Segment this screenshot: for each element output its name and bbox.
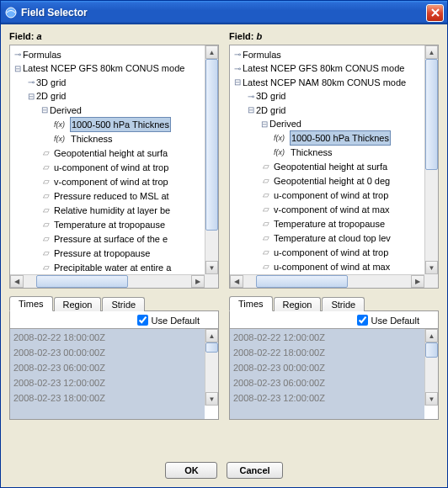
list-item[interactable]: 2008-02-22 12:00:00Z xyxy=(230,330,424,345)
expanded-icon[interactable]: ⊟ xyxy=(40,106,48,114)
cancel-button[interactable]: Cancel xyxy=(227,462,282,479)
tabs-a: Times Region Stride xyxy=(9,295,219,310)
tree-node-formulas[interactable]: ⊸Formulas xyxy=(13,48,61,61)
vertical-scrollbar[interactable]: ▲▼ xyxy=(205,45,218,274)
tree-leaf[interactable]: f(x)Thickness xyxy=(54,132,113,146)
use-default-checkbox[interactable] xyxy=(357,315,368,326)
tree-node-2dgrid[interactable]: ⊟2D grid xyxy=(27,89,66,103)
tree-node-source[interactable]: ⊟Latest NCEP NAM 80km CONUS mode xyxy=(233,76,406,89)
scroll-down-icon[interactable]: ▼ xyxy=(425,261,438,274)
scroll-down-icon[interactable]: ▼ xyxy=(425,392,438,406)
toggle-icon[interactable]: ⊸ xyxy=(27,78,35,86)
vertical-scrollbar[interactable]: ▲▼ xyxy=(424,329,438,406)
field-icon: ▱ xyxy=(40,161,52,174)
scroll-right-icon[interactable]: ▶ xyxy=(191,275,205,288)
scroll-up-icon[interactable]: ▲ xyxy=(205,329,218,342)
list-item[interactable]: 2008-02-23 06:00:00Z xyxy=(230,375,424,390)
scroll-left-icon[interactable]: ◀ xyxy=(230,275,243,288)
tab-panel-a: Use Default 2008-02-22 18:00:00Z 2008-02… xyxy=(9,310,219,420)
list-item[interactable]: 2008-02-23 18:00:00Z xyxy=(10,390,205,406)
tree-node-derived[interactable]: ⊟Derived xyxy=(40,103,82,117)
tree-leaf[interactable]: ▱Relative humidity at layer be xyxy=(40,204,170,217)
field-icon: ▱ xyxy=(260,203,272,216)
tree-leaf[interactable]: ▱Geopotential height at surfa xyxy=(40,146,168,160)
tab-times[interactable]: Times xyxy=(229,296,273,311)
list-item[interactable]: 2008-02-23 00:00:00Z xyxy=(10,345,205,360)
field-a-tree[interactable]: ⊸Formulas ⊟Latest NCEP GFS 80km CONUS mo… xyxy=(9,45,219,289)
titlebar[interactable]: Field Selector xyxy=(1,1,447,24)
times-list-b[interactable]: 2008-02-22 12:00:00Z 2008-02-22 18:00:00… xyxy=(230,328,438,419)
tree-leaf[interactable]: ▱u-component of wind at trop xyxy=(260,188,388,202)
expanded-icon[interactable]: ⊟ xyxy=(13,65,21,72)
tree-leaf[interactable]: ▱v-component of wind at trop xyxy=(40,175,168,188)
tree-node-2dgrid[interactable]: ⊟2D grid xyxy=(247,103,285,117)
tree-leaf[interactable]: ▱Temperature at cloud top lev xyxy=(260,231,391,245)
tree-leaf[interactable]: ▱Pressure reduced to MSL at xyxy=(40,189,169,203)
scroll-up-icon[interactable]: ▲ xyxy=(205,45,218,59)
scroll-right-icon[interactable]: ▶ xyxy=(411,275,424,288)
scroll-up-icon[interactable]: ▲ xyxy=(425,45,438,59)
vertical-scrollbar[interactable]: ▲▼ xyxy=(424,45,438,274)
list-item[interactable]: 2008-02-23 06:00:00Z xyxy=(10,360,205,375)
horizontal-scrollbar[interactable]: ◀▶ xyxy=(10,274,205,288)
tree-leaf[interactable]: ▱Precipitable water at entire a xyxy=(40,261,171,274)
toggle-icon[interactable]: ⊸ xyxy=(13,50,21,58)
tree-leaf[interactable]: ▱u-component of wind at max xyxy=(260,260,390,273)
tree-node-source[interactable]: ⊟Latest NCEP GFS 80km CONUS mode xyxy=(13,61,184,75)
tree-leaf[interactable]: ▱Geopotential height at 0 deg xyxy=(260,174,390,188)
scroll-down-icon[interactable]: ▼ xyxy=(205,261,218,274)
tree-leaf[interactable]: ▱Temperature at tropopause xyxy=(40,218,165,231)
tree-leaf[interactable]: ▱Geopotential height at surfa xyxy=(260,160,387,173)
tab-times[interactable]: Times xyxy=(9,296,53,311)
app-icon xyxy=(4,6,18,19)
tree-leaf[interactable]: ▱u-component of wind at trop xyxy=(260,246,388,259)
tree-node-source[interactable]: ⊸Latest NCEP GFS 80km CONUS mode xyxy=(233,61,404,75)
tree-leaf[interactable]: f(x)Thickness xyxy=(274,146,333,159)
expanded-icon[interactable]: ⊟ xyxy=(27,93,35,100)
expanded-icon[interactable]: ⊟ xyxy=(247,106,254,114)
tab-stride[interactable]: Stride xyxy=(322,297,365,311)
tree-leaf[interactable]: ▱v-component of wind at max xyxy=(260,203,390,216)
field-b-label: Field: b xyxy=(229,31,439,41)
tree-node-derived[interactable]: ⊟Derived xyxy=(260,117,301,130)
tree-leaf-selected[interactable]: f(x)1000-500 hPa Thicknes xyxy=(274,131,390,145)
list-item[interactable]: 2008-02-23 12:00:00Z xyxy=(10,375,205,390)
tab-region[interactable]: Region xyxy=(274,297,322,311)
close-button[interactable] xyxy=(426,4,444,22)
tab-panel-b: Use Default 2008-02-22 12:00:00Z 2008-02… xyxy=(229,310,439,420)
use-default-label: Use Default xyxy=(152,316,200,326)
expanded-icon[interactable]: ⊟ xyxy=(233,78,241,86)
ok-button[interactable]: OK xyxy=(165,462,217,479)
toggle-icon[interactable]: ⊸ xyxy=(247,93,254,100)
tabs-b: Times Region Stride xyxy=(229,295,439,310)
tree-leaf[interactable]: ▱u-component of wind at trop xyxy=(40,161,168,174)
scroll-down-icon[interactable]: ▼ xyxy=(205,392,218,406)
field-b-tree[interactable]: ⊸Formulas ⊸Latest NCEP GFS 80km CONUS mo… xyxy=(229,45,439,289)
horizontal-scrollbar[interactable]: ◀▶ xyxy=(230,274,424,288)
use-default-checkbox[interactable] xyxy=(137,315,148,326)
tree-leaf[interactable]: ▱Pressure at surface of the e xyxy=(40,232,168,246)
fields-row: Field: a ⊸Formulas ⊟Latest NCEP GFS 80km… xyxy=(9,31,439,455)
list-item[interactable]: 2008-02-23 00:00:00Z xyxy=(230,360,424,375)
tree-leaf[interactable]: ▱Temperature at tropopause xyxy=(260,217,385,231)
field-icon: ▱ xyxy=(260,217,272,231)
list-item[interactable]: 2008-02-23 12:00:00Z xyxy=(230,390,424,406)
list-item[interactable]: 2008-02-22 18:00:00Z xyxy=(10,330,205,345)
tree-node-3dgrid[interactable]: ⊸3D grid xyxy=(247,89,285,103)
tree-node-formulas[interactable]: ⊸Formulas xyxy=(233,48,281,61)
scroll-up-icon[interactable]: ▲ xyxy=(425,329,438,342)
tree-leaf[interactable]: ▱Pressure at tropopause xyxy=(40,247,150,260)
tab-region[interactable]: Region xyxy=(54,297,102,311)
list-item[interactable]: 2008-02-22 18:00:00Z xyxy=(230,345,424,360)
window-title: Field Selector xyxy=(21,7,426,19)
toggle-icon[interactable]: ⊸ xyxy=(233,50,241,58)
toggle-icon[interactable]: ⊸ xyxy=(233,65,241,72)
tree-leaf-selected[interactable]: f(x)1000-500 hPa Thicknes xyxy=(54,118,170,131)
vertical-scrollbar[interactable]: ▲▼ xyxy=(205,329,218,406)
tree-node-3dgrid[interactable]: ⊸3D grid xyxy=(27,76,66,89)
field-icon: ▱ xyxy=(40,175,52,188)
expanded-icon[interactable]: ⊟ xyxy=(260,120,268,128)
times-list-a[interactable]: 2008-02-22 18:00:00Z 2008-02-23 00:00:00… xyxy=(10,328,218,419)
tab-stride[interactable]: Stride xyxy=(102,297,145,311)
scroll-left-icon[interactable]: ◀ xyxy=(10,275,24,288)
